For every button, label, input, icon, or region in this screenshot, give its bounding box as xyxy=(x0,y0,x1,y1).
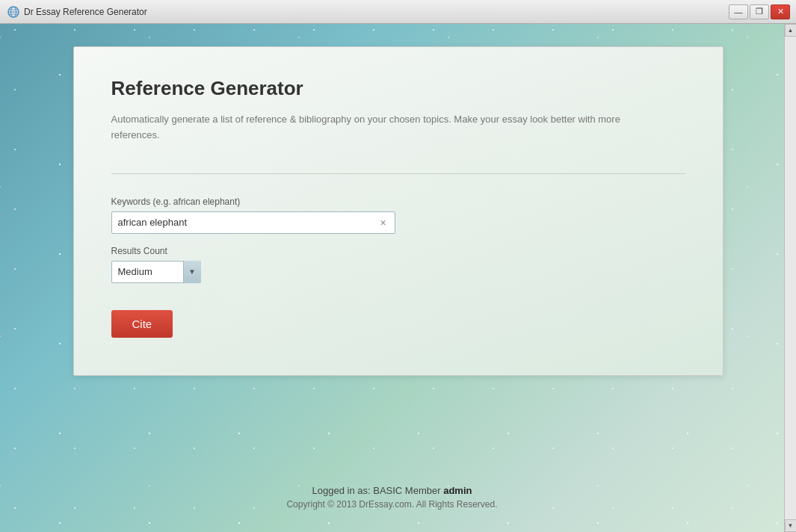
scrollbar: ▲ ▼ xyxy=(784,24,796,532)
cite-button[interactable]: Cite xyxy=(111,310,173,338)
footer: Logged in as: BASIC Member admin Copyrig… xyxy=(0,485,784,510)
card-subtitle: Automatically generate a list of referen… xyxy=(111,112,650,143)
footer-logged-in-text: Logged in as: BASIC Member xyxy=(312,485,441,496)
scrollbar-up-arrow[interactable]: ▲ xyxy=(785,24,797,37)
window-title: Dr Essay Reference Generator xyxy=(24,7,147,17)
window-controls: — ❒ ✕ xyxy=(729,4,790,19)
card-title: Reference Generator xyxy=(111,77,685,100)
globe-icon xyxy=(7,6,19,18)
results-count-group: Results Count Small Medium Large ▼ xyxy=(111,246,685,283)
window-content: Reference Generator Automatically genera… xyxy=(0,24,796,532)
clear-button[interactable]: × xyxy=(376,215,391,230)
restore-button[interactable]: ❒ xyxy=(750,4,769,19)
footer-username: admin xyxy=(443,485,472,496)
results-count-select[interactable]: Small Medium Large xyxy=(111,261,201,283)
title-bar: Dr Essay Reference Generator — ❒ ✕ xyxy=(0,0,796,24)
keywords-label: Keywords (e.g. african elephant) xyxy=(111,197,685,207)
keywords-input[interactable] xyxy=(111,211,395,234)
footer-copyright: Copyright © 2013 DrEssay.com. All Rights… xyxy=(0,499,784,510)
main-card: Reference Generator Automatically genera… xyxy=(73,46,724,376)
scrollbar-down-arrow[interactable]: ▼ xyxy=(785,519,797,532)
title-bar-left: Dr Essay Reference Generator xyxy=(7,6,147,18)
close-button[interactable]: ✕ xyxy=(771,4,790,19)
minimize-button[interactable]: — xyxy=(729,4,748,19)
divider xyxy=(111,173,685,174)
footer-logged-in: Logged in as: BASIC Member admin xyxy=(0,485,784,496)
results-count-label: Results Count xyxy=(111,246,685,256)
scrollbar-track[interactable] xyxy=(785,37,796,519)
results-select-wrapper: Small Medium Large ▼ xyxy=(111,261,201,283)
keyword-input-wrapper: × xyxy=(111,211,395,234)
keywords-group: Keywords (e.g. african elephant) × xyxy=(111,197,685,234)
